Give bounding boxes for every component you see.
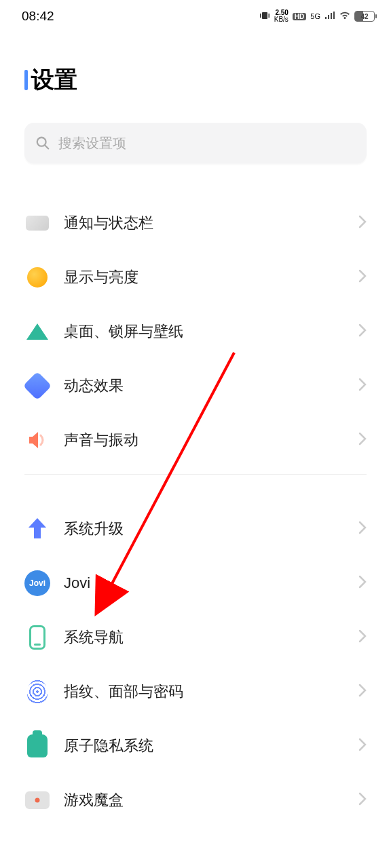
- sound-icon: [24, 427, 50, 453]
- wallpaper-icon: [26, 323, 48, 340]
- row-label: 桌面、锁屏与壁纸: [64, 321, 345, 342]
- chevron-right-icon: [358, 432, 367, 448]
- chevron-right-icon: [358, 575, 367, 591]
- status-right: 2.50 KB/s HD 5G 42: [259, 9, 375, 23]
- wifi-icon: [339, 12, 350, 22]
- row-system-navigation[interactable]: 系统导航: [24, 610, 367, 665]
- chevron-right-icon: [358, 684, 367, 700]
- row-label: 通知与状态栏: [64, 213, 345, 233]
- settings-section-display: 通知与状态栏 显示与亮度 桌面、锁屏与壁纸 动态效果 声音与振动 系统升级 Jo…: [0, 196, 391, 827]
- page-title: 设置: [31, 64, 77, 96]
- search-icon: [35, 136, 50, 151]
- clock: 08:42: [22, 9, 54, 24]
- net-speed: 2.50 KB/s: [274, 9, 288, 23]
- svg-rect-0: [262, 12, 267, 19]
- chevron-right-icon: [358, 215, 367, 231]
- network-type: 5G: [310, 13, 320, 20]
- jovi-icon: Jovi: [24, 570, 50, 596]
- row-label: 原子隐私系统: [64, 736, 345, 756]
- row-jovi[interactable]: Jovi Jovi: [24, 556, 367, 610]
- row-label: 声音与振动: [64, 430, 345, 450]
- svg-rect-1: [260, 14, 261, 18]
- chevron-right-icon: [358, 269, 367, 285]
- animation-icon: [23, 372, 52, 400]
- signal-icon: [324, 12, 335, 22]
- search-input[interactable]: [58, 136, 356, 151]
- svg-rect-2: [268, 14, 269, 18]
- header-accent: [24, 70, 28, 90]
- battery-icon: 42: [354, 11, 375, 22]
- row-label: 系统导航: [64, 627, 345, 648]
- row-wallpaper[interactable]: 桌面、锁屏与壁纸: [24, 304, 367, 359]
- row-fingerprint[interactable]: 指纹、面部与密码: [24, 665, 367, 719]
- upgrade-icon: [24, 516, 50, 542]
- navigation-icon: [29, 625, 45, 650]
- row-label: 指纹、面部与密码: [64, 682, 345, 702]
- row-label: 显示与亮度: [64, 267, 345, 288]
- chevron-right-icon: [358, 629, 367, 646]
- row-gamebox[interactable]: 游戏魔盒: [24, 773, 367, 827]
- fingerprint-icon: [27, 679, 48, 704]
- chevron-right-icon: [358, 378, 367, 394]
- vibrate-icon: [259, 11, 270, 22]
- privacy-icon: [27, 734, 48, 757]
- section-divider: [24, 474, 367, 475]
- row-sound[interactable]: 声音与振动: [24, 413, 367, 467]
- svg-line-4: [45, 145, 48, 149]
- status-bar: 08:42 2.50 KB/s HD 5G 42: [0, 0, 391, 27]
- search-box[interactable]: [24, 123, 367, 163]
- row-display[interactable]: 显示与亮度: [24, 250, 367, 304]
- row-label: 游戏魔盒: [64, 790, 345, 810]
- row-label: 系统升级: [64, 519, 345, 539]
- chevron-right-icon: [358, 792, 367, 808]
- row-notifications[interactable]: 通知与状态栏: [24, 196, 367, 250]
- hd-badge: HD: [293, 13, 306, 20]
- brightness-icon: [27, 267, 48, 288]
- page-header: 设置: [0, 27, 391, 109]
- notification-icon: [26, 216, 49, 231]
- chevron-right-icon: [358, 323, 367, 340]
- row-animation[interactable]: 动态效果: [24, 359, 367, 413]
- gamebox-icon: [25, 791, 50, 809]
- chevron-right-icon: [358, 738, 367, 754]
- row-label: Jovi: [64, 574, 345, 592]
- row-system-upgrade[interactable]: 系统升级: [24, 502, 367, 556]
- row-privacy-system[interactable]: 原子隐私系统: [24, 719, 367, 773]
- chevron-right-icon: [358, 521, 367, 537]
- row-label: 动态效果: [64, 376, 345, 396]
